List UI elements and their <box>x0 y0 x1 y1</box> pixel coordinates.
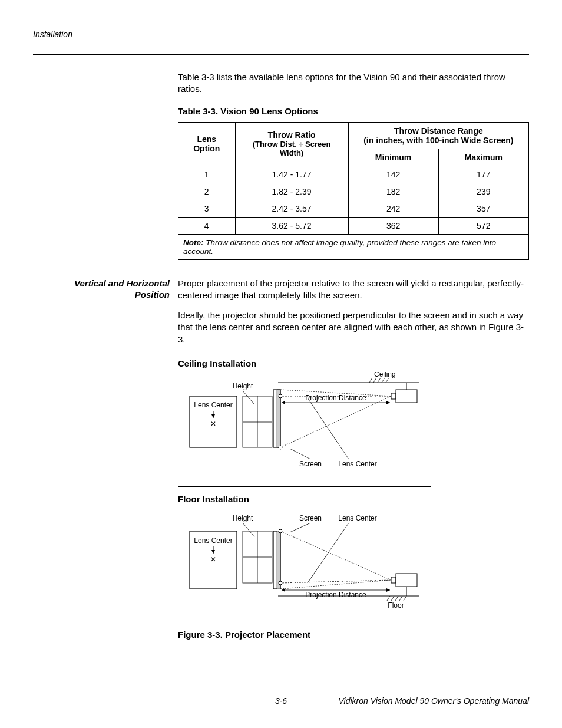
svg-line-5 <box>386 378 389 383</box>
svg-point-50 <box>279 581 282 585</box>
figure-caption: Figure 3-3. Projector Placement <box>178 630 529 640</box>
cell-opt: 1 <box>178 166 236 183</box>
svg-line-40 <box>387 596 390 601</box>
cell-max: 357 <box>438 200 528 217</box>
manual-title: Vidikron Vision Model 90 Owner's Operati… <box>338 696 529 706</box>
svg-line-44 <box>404 596 406 601</box>
cell-ratio: 3.62 - 5.72 <box>235 217 348 234</box>
svg-line-2 <box>373 378 376 383</box>
position-section: Vertical and Horizontal Position Proper … <box>178 278 529 345</box>
lens-options-table: Lens Option Throw Ratio (Throw Dist. ÷ S… <box>178 122 529 260</box>
svg-line-41 <box>391 596 394 601</box>
col-throw-ratio: Throw Ratio (Throw Dist. ÷ Screen Width) <box>235 122 348 166</box>
figure-ceiling-svg: Ceiling <box>178 372 431 475</box>
label-height: Height <box>233 382 253 390</box>
svg-line-3 <box>378 378 381 383</box>
range-label: Throw Distance Range <box>353 126 524 136</box>
cell-max: 239 <box>438 183 528 200</box>
svg-line-28 <box>308 523 349 583</box>
svg-line-25 <box>308 398 349 459</box>
label-screen: Screen <box>299 514 322 522</box>
svg-line-42 <box>395 596 398 601</box>
svg-rect-30 <box>277 531 280 589</box>
cell-max: 572 <box>438 217 528 234</box>
label-ceiling: Ceiling <box>374 372 396 378</box>
col-lens-option: Lens Option <box>178 122 236 166</box>
label-lens-center-left: Lens Center <box>194 401 232 409</box>
running-header: Installation <box>33 29 529 39</box>
intro-paragraph: Table 3-3 lists the available lens optio… <box>178 71 529 95</box>
figure-floor: Floor Installation Height Screen Lens Ce… <box>178 494 529 613</box>
cell-min: 182 <box>348 183 438 200</box>
svg-point-49 <box>279 529 282 533</box>
col-throw-range: Throw Distance Range (in inches, with 10… <box>348 122 528 149</box>
svg-text:✕: ✕ <box>210 420 216 428</box>
table-header-row-1: Lens Option Throw Ratio (Throw Dist. ÷ S… <box>178 122 529 149</box>
cell-ratio: 1.82 - 2.39 <box>235 183 348 200</box>
svg-point-15 <box>279 446 282 449</box>
figure-floor-svg: Height Screen Lens Center Lens Center ✕ <box>178 508 431 613</box>
label-lens-center-top: Lens Center <box>338 514 376 522</box>
label-proj-dist: Projection Distance <box>305 591 366 599</box>
label-screen: Screen <box>299 460 322 468</box>
table-row: 3 2.42 - 3.57 242 357 <box>178 200 529 217</box>
cell-max: 177 <box>438 166 528 183</box>
svg-point-14 <box>279 394 282 398</box>
table-row: 2 1.82 - 2.39 182 239 <box>178 183 529 200</box>
figure-divider <box>178 486 431 487</box>
note-text: Throw distance does not affect image qua… <box>183 238 496 256</box>
col-min: Minimum <box>348 149 438 166</box>
position-para-2: Ideally, the projector should be positio… <box>178 309 529 345</box>
svg-line-47 <box>280 580 391 589</box>
svg-line-26 <box>243 523 254 537</box>
svg-line-4 <box>382 378 385 383</box>
cell-opt: 3 <box>178 200 236 217</box>
svg-rect-6 <box>396 390 417 403</box>
position-para-1: Proper placement of the projector relati… <box>178 278 529 302</box>
cell-min: 362 <box>348 217 438 234</box>
svg-text:✕: ✕ <box>210 555 216 564</box>
content-column: Table 3-3 lists the available lens optio… <box>178 71 529 640</box>
table-note-row: Note: Throw distance does not affect ima… <box>178 234 529 259</box>
label-lens-center-bottom: Lens Center <box>338 460 376 468</box>
cell-ratio: 1.42 - 1.77 <box>235 166 348 183</box>
cell-opt: 4 <box>178 217 236 234</box>
range-sub: (in inches, with 100-inch Wide Screen) <box>353 136 524 145</box>
throw-ratio-label: Throw Ratio <box>240 130 343 140</box>
header-rule <box>33 54 529 55</box>
cell-min: 142 <box>348 166 438 183</box>
svg-rect-38 <box>391 577 396 583</box>
note-label: Note: <box>183 238 204 247</box>
figure-floor-heading: Floor Installation <box>178 494 529 504</box>
page-number: 3-6 <box>275 696 287 706</box>
table-row: 4 3.62 - 5.72 362 572 <box>178 217 529 234</box>
figure-ceiling: Ceiling Installation Ceiling <box>178 358 529 487</box>
svg-line-27 <box>290 523 310 532</box>
col-max: Maximum <box>438 149 528 166</box>
table-title: Table 3-3. Vision 90 Lens Options <box>178 106 529 116</box>
cell-min: 242 <box>348 200 438 217</box>
label-floor: Floor <box>388 601 404 610</box>
svg-line-20 <box>243 391 254 404</box>
svg-rect-10 <box>277 390 280 447</box>
svg-line-46 <box>280 531 391 580</box>
svg-line-24 <box>290 449 310 459</box>
page: Installation Table 3-3 lists the availab… <box>0 0 562 728</box>
label-lens-center-left: Lens Center <box>194 536 232 545</box>
svg-line-43 <box>399 596 402 601</box>
svg-line-1 <box>369 378 372 383</box>
cell-ratio: 2.42 - 3.57 <box>235 200 348 217</box>
svg-rect-7 <box>391 393 396 399</box>
table-row: 1 1.42 - 1.77 142 177 <box>178 166 529 183</box>
label-proj-dist: Projection Distance <box>305 394 366 402</box>
cell-opt: 2 <box>178 183 236 200</box>
svg-rect-37 <box>396 574 417 587</box>
margin-note-position: Vertical and Horizontal Position <box>58 278 170 301</box>
throw-ratio-sub: (Throw Dist. ÷ Screen Width) <box>240 140 343 157</box>
label-height: Height <box>233 514 253 522</box>
figure-ceiling-heading: Ceiling Installation <box>178 358 529 368</box>
